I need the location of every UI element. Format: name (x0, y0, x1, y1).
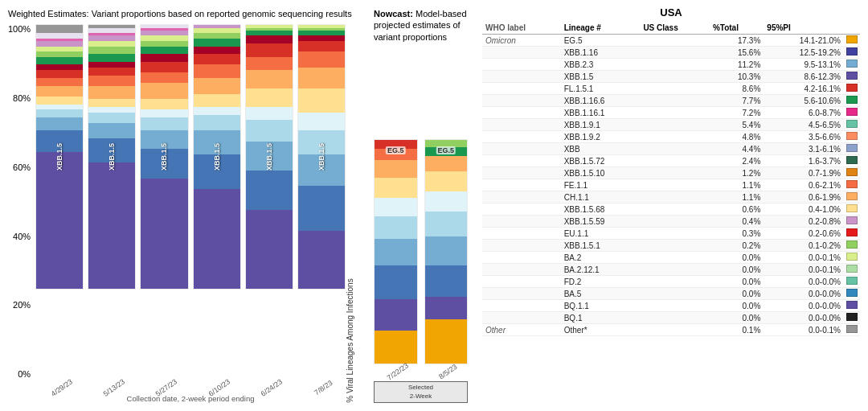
cell-total: 1.2% (710, 167, 764, 179)
cell-lineage: XBB.1.16 (561, 47, 641, 59)
cell-who-label (482, 47, 561, 59)
cell-who-label (482, 131, 561, 143)
cell-total: 0.0% (710, 300, 764, 312)
color-swatch (846, 35, 858, 43)
cell-total: 7.7% (710, 95, 764, 107)
bar-segment (246, 70, 293, 88)
cell-who-label (482, 203, 561, 216)
bar-3: XBB.1.5 (193, 24, 241, 290)
cell-total: 4.4% (710, 143, 764, 155)
cell-swatch (844, 240, 860, 252)
cell-lineage: BA.2.12.1 (561, 264, 641, 276)
col-who-label: WHO label (482, 22, 561, 35)
chart-title-bold: Weighted Estimates: (8, 9, 89, 18)
cell-total: 0.0% (710, 252, 764, 264)
bar-segment (194, 94, 240, 107)
color-swatch (846, 120, 858, 128)
x-tick-wrap-2: 5/27/23 (140, 383, 188, 393)
table-row: XBB.1.5.10.2%0.1-0.2% (482, 240, 860, 252)
x-ticks-row: 4/29/235/13/235/27/236/10/236/24/237/8/2… (35, 383, 346, 393)
color-swatch (846, 60, 858, 68)
nowcast-bar-label-0: EG.5 (386, 146, 406, 154)
cell-swatch (844, 119, 860, 131)
table-row: XBB.1.9.24.8%3.5-6.6% (482, 131, 860, 143)
nowcast-segment (425, 236, 468, 265)
cell-who-label (482, 167, 561, 179)
cell-who-label (482, 155, 561, 167)
table-body: OmicronEG.517.3%14.1-21.0%XBB.1.1615.6%1… (482, 35, 860, 336)
cell-who-label (482, 276, 561, 288)
cell-total: 1.1% (710, 179, 764, 191)
variants-table: WHO label Lineage # US Class %Total 95%P… (482, 22, 860, 336)
cell-ci: 9.5-13.1% (764, 59, 844, 71)
cell-ci: 0.0-0.1% (764, 264, 844, 276)
table-row: OtherOther*0.1%0.0-0.1% (482, 324, 860, 336)
col-us-class: US Class (640, 22, 710, 35)
bar-segment (246, 107, 293, 120)
cell-lineage: XBB.1.16.6 (561, 95, 641, 107)
color-swatch (846, 84, 858, 92)
cell-ci: 0.0-0.0% (764, 312, 844, 324)
color-swatch (846, 132, 858, 140)
cell-total: 2.4% (710, 155, 764, 167)
cell-ci: 0.2-0.6% (764, 228, 844, 240)
color-swatch (846, 301, 858, 309)
cell-lineage: Other* (561, 324, 641, 336)
y-tick-40: 40% (13, 232, 31, 241)
table-row: XBB.1.9.15.4%4.5-6.5% (482, 119, 860, 131)
bar-segment (36, 25, 83, 33)
cell-who-label (482, 240, 561, 252)
bar-wrapper-3: XBB.1.5 (193, 24, 241, 380)
cell-us-class (640, 71, 710, 83)
cell-us-class (640, 216, 710, 228)
table-row: XBB.1.5.101.2%0.7-1.9% (482, 167, 860, 179)
color-swatch (846, 144, 858, 152)
color-swatch (846, 228, 858, 236)
table-row: BA.50.0%0.0-0.0% (482, 288, 860, 300)
cell-who-label (482, 119, 561, 131)
cell-ci: 3.5-6.6% (764, 131, 844, 143)
cell-lineage: XBB (561, 143, 641, 155)
bar-label-2: XBB.1.5 (160, 143, 168, 171)
nowcast-segment (425, 156, 468, 171)
cell-ci: 0.0-0.0% (764, 300, 844, 312)
cell-who-label (482, 95, 561, 107)
cell-swatch (844, 71, 860, 83)
cell-total: 0.6% (710, 203, 764, 216)
color-swatch (846, 265, 858, 273)
cell-who-label (482, 228, 561, 240)
country-title: USA (482, 6, 860, 18)
cell-lineage: FE.1.1 (561, 179, 641, 191)
table-row: EU.1.10.3%0.2-0.6% (482, 228, 860, 240)
cell-total: 17.3% (710, 35, 764, 47)
color-swatch (846, 253, 858, 261)
col-ci: 95%PI (764, 22, 844, 35)
color-swatch (846, 289, 858, 297)
cell-total: 1.1% (710, 191, 764, 203)
cell-swatch (844, 95, 860, 107)
cell-ci: 0.1-0.2% (764, 240, 844, 252)
table-row: XBB.1.5.722.4%1.6-3.7% (482, 155, 860, 167)
cell-who-label (482, 216, 561, 228)
bar-1: XBB.1.5 (88, 24, 136, 290)
cell-us-class (640, 252, 710, 264)
nowcast-x-tick-1: 8/5/23 (437, 363, 458, 381)
cell-total: 0.1% (710, 324, 764, 336)
table-row: FD.20.0%0.0-0.0% (482, 276, 860, 288)
selected-box: Selected2-Week (374, 381, 468, 403)
y-tick-100: 100% (8, 24, 31, 34)
cell-ci: 0.0-0.1% (764, 252, 844, 264)
chart-area: 100% 80% 60% 40% 20% 0% XBB.1.5XBB.1.5XB… (8, 24, 358, 403)
table-row: CH.1.11.1%0.6-1.9% (482, 191, 860, 203)
cell-lineage: XBB.1.5.68 (561, 203, 641, 216)
nowcast-segment (425, 297, 468, 319)
cell-ci: 3.1-6.1% (764, 143, 844, 155)
table-row: FE.1.11.1%0.6-2.1% (482, 179, 860, 191)
bar-segment (194, 115, 240, 131)
bar-segment (141, 99, 187, 109)
cell-swatch (844, 300, 860, 312)
nowcast-segment (375, 299, 417, 331)
x-tick-wrap-5: 7/8/23 (297, 383, 346, 393)
cell-us-class (640, 167, 710, 179)
cell-swatch (844, 131, 860, 143)
